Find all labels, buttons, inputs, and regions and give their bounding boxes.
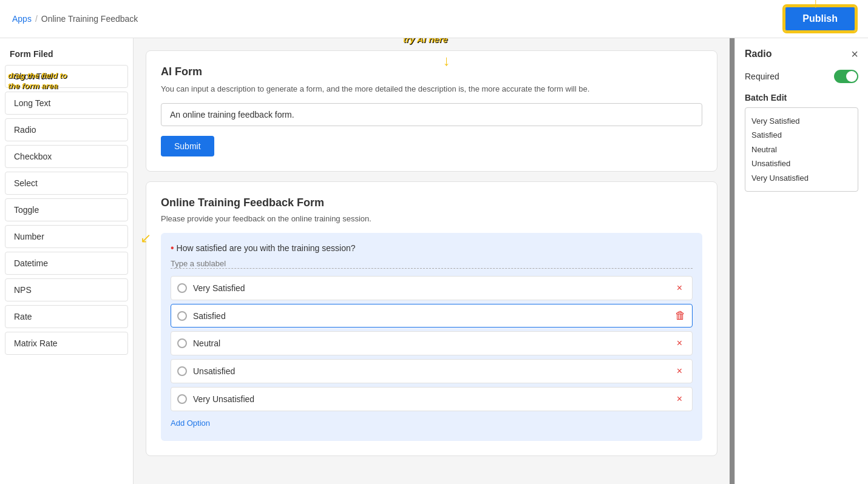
required-toggle[interactable]	[834, 70, 858, 83]
radio-option[interactable]: Unsatisfied×	[171, 359, 693, 383]
radio-circle	[177, 283, 187, 293]
radio-circle	[177, 366, 187, 376]
arrow-publish: ↓	[812, 0, 819, 10]
delete-option-button[interactable]: 🗑	[675, 309, 686, 322]
batch-edit-box[interactable]: Very SatisfiedSatisfiedNeutralUnsatisfie…	[745, 107, 858, 192]
submit-button[interactable]: Submit	[161, 136, 214, 156]
publish-area: click it once you finished building ↓ Pu…	[784, 6, 856, 32]
main-layout: Form Filed drag the field tothe form are…	[0, 38, 868, 484]
radio-circle	[177, 311, 187, 321]
sidebar-item-checkbox[interactable]: Checkbox	[5, 145, 128, 168]
sidebar-title: Form Filed	[5, 45, 128, 65]
ai-form-description: You can input a description to generate …	[161, 84, 702, 93]
center-content: try AI here ↓ AI Form You can input a de…	[134, 38, 730, 484]
radio-circle	[177, 338, 187, 348]
form-card: ↙ Online Training Feedback Form Please p…	[146, 181, 717, 456]
field-label: • How satisfied are you with the trainin…	[171, 243, 693, 254]
form-card-title: Online Training Feedback Form	[161, 197, 702, 209]
radio-option-label: Satisfied	[193, 311, 226, 321]
radio-options-container: Very Satisfied×Satisfied🗑Neutral×Unsatis…	[171, 276, 693, 411]
sidebar-item-long-text[interactable]: Long Text	[5, 92, 128, 115]
header: Apps / Online Training Feedback click it…	[0, 0, 868, 38]
sidebar-item-rate[interactable]: Rate	[5, 305, 128, 328]
sidebar: Form Filed drag the field tothe form are…	[0, 38, 134, 484]
toggle-dot	[846, 71, 857, 82]
publish-button[interactable]: Publish	[784, 6, 856, 32]
delete-option-button[interactable]: ×	[673, 281, 686, 295]
arrow-form: ↙	[140, 230, 151, 246]
sidebar-item-datetime[interactable]: Datetime	[5, 252, 128, 275]
breadcrumb: Apps / Online Training Feedback	[12, 14, 138, 24]
radio-option-label: Neutral	[193, 338, 220, 348]
ai-form-title: AI Form	[161, 66, 702, 78]
panel-header: Radio ×	[745, 48, 858, 60]
annotation-ai: try AI here	[403, 38, 448, 44]
ai-form-input[interactable]	[161, 103, 702, 126]
required-indicator: •	[171, 243, 174, 254]
radio-circle	[177, 394, 187, 404]
close-panel-button[interactable]: ×	[851, 48, 858, 60]
page-title: Online Training Feedback	[41, 14, 138, 24]
delete-option-button[interactable]: ×	[673, 365, 686, 378]
form-card-description: Please provide your feedback on the onli…	[161, 214, 702, 223]
sidebar-item-select[interactable]: Select	[5, 172, 128, 195]
panel-title: Radio	[745, 49, 771, 59]
apps-link[interactable]: Apps	[12, 14, 32, 24]
sidebar-item-toggle[interactable]: Toggle	[5, 198, 128, 221]
batch-edit-title: Batch Edit	[745, 93, 858, 103]
batch-option: Satisfied	[751, 128, 852, 142]
sublabel-input[interactable]	[171, 259, 693, 269]
radio-option-label: Unsatisfied	[193, 366, 235, 376]
delete-option-button[interactable]: ×	[673, 392, 686, 406]
right-panel: Batch Edit ← Edit the field properties h…	[734, 38, 868, 484]
batch-option: Very Unsatisfied	[751, 171, 852, 185]
radio-option[interactable]: Very Unsatisfied×	[171, 387, 693, 411]
add-option-button[interactable]: Add Option	[171, 415, 210, 431]
breadcrumb-separator: /	[35, 14, 38, 24]
sidebar-items-container: Short TextLong TextRadioCheckboxSelectTo…	[5, 65, 128, 355]
required-row: Required	[745, 70, 858, 83]
delete-option-button[interactable]: ×	[673, 337, 686, 350]
radio-option[interactable]: Neutral×	[171, 331, 693, 355]
radio-option-label: Very Unsatisfied	[193, 394, 254, 404]
radio-option-label: Very Satisfied	[193, 283, 245, 293]
field-block-satisfaction: • How satisfied are you with the trainin…	[161, 233, 702, 441]
sidebar-item-short-text[interactable]: Short Text	[5, 65, 128, 88]
sidebar-item-matrix-rate[interactable]: Matrix Rate	[5, 332, 128, 355]
sidebar-item-number[interactable]: Number	[5, 225, 128, 248]
arrow-ai: ↓	[443, 52, 450, 69]
batch-option: Very Satisfied	[751, 114, 852, 128]
required-label: Required	[745, 72, 779, 81]
radio-option[interactable]: Very Satisfied×	[171, 276, 693, 300]
field-label-text: How satisfied are you with the training …	[177, 243, 356, 253]
ai-form-card: try AI here ↓ AI Form You can input a de…	[146, 50, 717, 172]
sidebar-item-nps[interactable]: NPS	[5, 278, 128, 301]
radio-option[interactable]: Satisfied🗑	[171, 304, 693, 328]
sidebar-item-radio[interactable]: Radio	[5, 118, 128, 141]
batch-option: Neutral	[751, 143, 852, 156]
batch-option: Unsatisfied	[751, 156, 852, 170]
panel-divider[interactable]	[730, 38, 734, 484]
